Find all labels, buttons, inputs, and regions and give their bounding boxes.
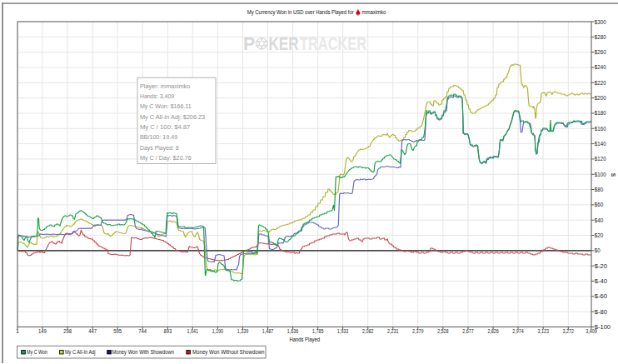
svg-text:$120: $120 — [595, 155, 606, 162]
svg-text:1,636: 1,636 — [287, 327, 299, 335]
svg-text:$160: $160 — [595, 125, 606, 132]
svg-text:$180: $180 — [595, 109, 606, 117]
svg-text:$100: $100 — [595, 171, 606, 178]
svg-text:2,379: 2,379 — [412, 327, 424, 335]
svg-text:447: 447 — [88, 327, 97, 335]
svg-text:My C Won: My C Won — [27, 349, 47, 356]
svg-text:$240: $240 — [595, 63, 606, 71]
svg-text:1,933: 1,933 — [337, 327, 349, 335]
svg-text:My C / 100: $4.87: My C / 100: $4.87 — [140, 123, 190, 131]
svg-text:My C / Day: $20.76: My C / Day: $20.76 — [140, 154, 192, 162]
svg-text:1,785: 1,785 — [312, 327, 324, 335]
svg-text:Hands Played: Hands Played — [290, 336, 321, 343]
svg-text:$-60: $-60 — [595, 292, 607, 300]
svg-text:3,123: 3,123 — [537, 327, 549, 335]
svg-text:My C Won: $166.11: My C Won: $166.11 — [140, 102, 192, 110]
svg-text:298: 298 — [63, 327, 72, 335]
svg-text:My C All-In Adj: My C All-In Adj — [65, 349, 96, 356]
svg-text:893: 893 — [163, 327, 172, 335]
svg-text:My Currency Won in USD over Ha: My Currency Won in USD over Hands Played… — [247, 8, 354, 16]
svg-text:2,974: 2,974 — [512, 327, 524, 335]
svg-text:1,190: 1,190 — [212, 327, 224, 335]
svg-text:$280: $280 — [595, 33, 606, 41]
svg-text:$-40: $-40 — [595, 277, 607, 285]
svg-text:$260: $260 — [595, 48, 606, 56]
svg-text:TRACKER: TRACKER — [300, 34, 366, 54]
svg-text:P: P — [243, 34, 256, 54]
svg-text:595: 595 — [113, 327, 122, 335]
svg-text:1,487: 1,487 — [262, 327, 274, 335]
svg-text:Money Won With Showdown: Money Won With Showdown — [112, 349, 175, 356]
svg-text:$80: $80 — [595, 186, 604, 193]
svg-text:Hands: 3,409: Hands: 3,409 — [140, 92, 174, 100]
svg-text:mmaximko: mmaximko — [361, 8, 386, 16]
svg-text:3,272: 3,272 — [563, 327, 575, 335]
svg-text:$-20: $-20 — [595, 262, 607, 270]
svg-text:2,231: 2,231 — [387, 327, 399, 335]
svg-text:$300: $300 — [595, 18, 606, 26]
svg-text:Money Won Without Showdown: Money Won Without Showdown — [192, 349, 265, 356]
svg-text:$40: $40 — [595, 217, 604, 224]
svg-text:$20: $20 — [595, 232, 604, 239]
svg-text:KER: KER — [269, 34, 299, 54]
svg-text:1,041: 1,041 — [187, 327, 199, 335]
svg-text:149: 149 — [38, 327, 47, 335]
svg-text:$60: $60 — [595, 201, 604, 208]
svg-text:744: 744 — [138, 327, 147, 335]
svg-text:1: 1 — [16, 327, 19, 335]
svg-text:2,826: 2,826 — [487, 327, 499, 335]
svg-text:2,528: 2,528 — [437, 327, 449, 335]
svg-text:2,677: 2,677 — [462, 327, 474, 335]
svg-text:$-80: $-80 — [595, 308, 607, 316]
svg-text:$200: $200 — [595, 94, 606, 102]
svg-text:My C All-In Adj: $206.23: My C All-In Adj: $206.23 — [140, 113, 205, 121]
svg-text:$220: $220 — [595, 79, 606, 87]
svg-text:BB/100: 19.49: BB/100: 19.49 — [140, 133, 177, 141]
svg-text:$0: $0 — [595, 247, 601, 254]
svg-text:Player: mmaximko: Player: mmaximko — [140, 82, 190, 90]
svg-text:1,339: 1,339 — [237, 327, 249, 335]
svg-text:Days Played: 8: Days Played: 8 — [140, 144, 179, 152]
svg-text:3,409: 3,409 — [586, 327, 597, 335]
svg-text:2,082: 2,082 — [362, 327, 374, 335]
svg-text:$140: $140 — [595, 140, 606, 147]
